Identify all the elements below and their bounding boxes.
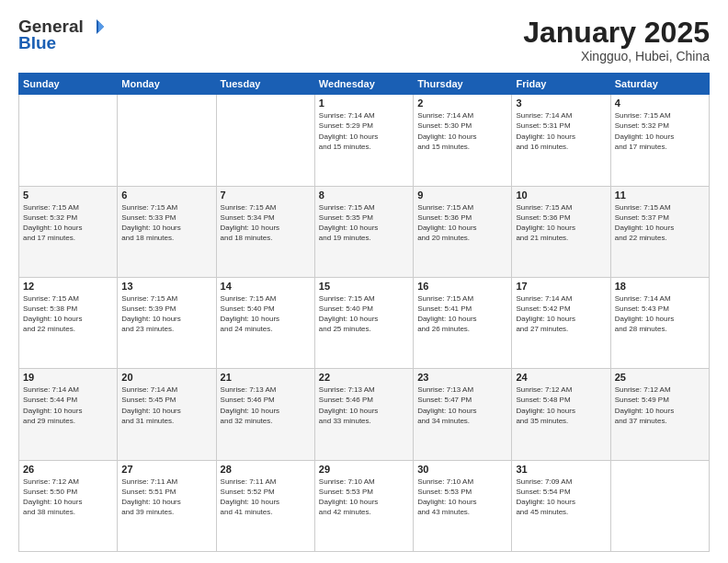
day-info: Sunrise: 7:15 AMSunset: 5:41 PMDaylight:… xyxy=(417,293,507,335)
calendar-table: Sunday Monday Tuesday Wednesday Thursday… xyxy=(18,73,710,552)
day-info: Sunrise: 7:14 AMSunset: 5:29 PMDaylight:… xyxy=(319,110,409,152)
day-info: Sunrise: 7:13 AMSunset: 5:47 PMDaylight:… xyxy=(417,385,507,426)
table-row: 24Sunrise: 7:12 AMSunset: 5:48 PMDayligh… xyxy=(512,369,610,460)
table-row: 30Sunrise: 7:10 AMSunset: 5:53 PMDayligh… xyxy=(414,460,512,551)
table-row: 8Sunrise: 7:15 AMSunset: 5:35 PMDaylight… xyxy=(314,186,413,277)
table-row: 13Sunrise: 7:15 AMSunset: 5:39 PMDayligh… xyxy=(118,277,216,368)
title-section: January 2025 Xingguo, Hubei, China xyxy=(523,17,710,63)
table-row: 28Sunrise: 7:11 AMSunset: 5:52 PMDayligh… xyxy=(216,460,314,551)
table-row: 22Sunrise: 7:13 AMSunset: 5:46 PMDayligh… xyxy=(314,369,413,460)
day-info: Sunrise: 7:15 AMSunset: 5:32 PMDaylight:… xyxy=(615,110,705,152)
day-info: Sunrise: 7:15 AMSunset: 5:38 PMDaylight:… xyxy=(23,293,113,335)
table-row: 12Sunrise: 7:15 AMSunset: 5:38 PMDayligh… xyxy=(19,277,118,368)
day-number: 24 xyxy=(516,372,606,383)
day-number: 2 xyxy=(417,98,507,109)
table-row xyxy=(118,95,216,186)
day-number: 9 xyxy=(417,190,507,201)
day-number: 12 xyxy=(23,281,113,292)
day-number: 28 xyxy=(221,464,311,475)
day-info: Sunrise: 7:15 AMSunset: 5:33 PMDaylight:… xyxy=(121,202,211,244)
table-row: 3Sunrise: 7:14 AMSunset: 5:31 PMDaylight… xyxy=(512,95,610,186)
day-info: Sunrise: 7:15 AMSunset: 5:36 PMDaylight:… xyxy=(417,202,507,244)
day-number: 19 xyxy=(23,372,113,383)
day-number: 25 xyxy=(615,372,705,383)
day-info: Sunrise: 7:14 AMSunset: 5:30 PMDaylight:… xyxy=(417,110,507,152)
table-row: 31Sunrise: 7:09 AMSunset: 5:54 PMDayligh… xyxy=(512,460,610,551)
table-row: 26Sunrise: 7:12 AMSunset: 5:50 PMDayligh… xyxy=(19,460,118,551)
day-number: 18 xyxy=(615,281,705,292)
day-number: 30 xyxy=(417,464,507,475)
col-friday: Friday xyxy=(512,74,610,95)
day-number: 29 xyxy=(319,464,409,475)
day-info: Sunrise: 7:11 AMSunset: 5:51 PMDaylight:… xyxy=(121,477,211,518)
table-row: 1Sunrise: 7:14 AMSunset: 5:29 PMDaylight… xyxy=(314,95,413,186)
location-subtitle: Xingguo, Hubei, China xyxy=(523,49,710,63)
table-row: 23Sunrise: 7:13 AMSunset: 5:47 PMDayligh… xyxy=(414,369,512,460)
day-info: Sunrise: 7:12 AMSunset: 5:50 PMDaylight:… xyxy=(23,477,113,518)
day-number: 20 xyxy=(121,372,211,383)
day-number: 7 xyxy=(221,190,311,201)
day-number: 4 xyxy=(615,98,705,109)
day-info: Sunrise: 7:14 AMSunset: 5:42 PMDaylight:… xyxy=(516,293,606,335)
calendar-week-row: 5Sunrise: 7:15 AMSunset: 5:32 PMDaylight… xyxy=(19,186,710,277)
day-info: Sunrise: 7:10 AMSunset: 5:53 PMDaylight:… xyxy=(417,477,507,518)
calendar-week-row: 1Sunrise: 7:14 AMSunset: 5:29 PMDaylight… xyxy=(19,95,710,186)
table-row: 27Sunrise: 7:11 AMSunset: 5:51 PMDayligh… xyxy=(118,460,216,551)
table-row: 5Sunrise: 7:15 AMSunset: 5:32 PMDaylight… xyxy=(19,186,118,277)
calendar-week-row: 19Sunrise: 7:14 AMSunset: 5:44 PMDayligh… xyxy=(19,369,710,460)
day-info: Sunrise: 7:10 AMSunset: 5:53 PMDaylight:… xyxy=(319,477,409,518)
day-info: Sunrise: 7:09 AMSunset: 5:54 PMDaylight:… xyxy=(516,477,606,518)
svg-marker-1 xyxy=(98,21,104,32)
day-info: Sunrise: 7:15 AMSunset: 5:40 PMDaylight:… xyxy=(319,293,409,335)
day-number: 22 xyxy=(319,372,409,383)
table-row: 21Sunrise: 7:13 AMSunset: 5:46 PMDayligh… xyxy=(216,369,314,460)
col-sunday: Sunday xyxy=(19,74,118,95)
day-number: 5 xyxy=(23,190,113,201)
calendar-week-row: 12Sunrise: 7:15 AMSunset: 5:38 PMDayligh… xyxy=(19,277,710,368)
day-number: 23 xyxy=(417,372,507,383)
table-row: 29Sunrise: 7:10 AMSunset: 5:53 PMDayligh… xyxy=(314,460,413,551)
day-info: Sunrise: 7:14 AMSunset: 5:44 PMDaylight:… xyxy=(23,385,113,426)
table-row: 18Sunrise: 7:14 AMSunset: 5:43 PMDayligh… xyxy=(610,277,709,368)
logo-blue: Blue xyxy=(18,33,56,53)
table-row: 4Sunrise: 7:15 AMSunset: 5:32 PMDaylight… xyxy=(610,95,709,186)
logo-icon xyxy=(85,17,106,37)
day-info: Sunrise: 7:13 AMSunset: 5:46 PMDaylight:… xyxy=(319,385,409,426)
col-monday: Monday xyxy=(118,74,216,95)
day-number: 21 xyxy=(221,372,311,383)
day-number: 31 xyxy=(516,464,606,475)
day-number: 10 xyxy=(516,190,606,201)
table-row: 11Sunrise: 7:15 AMSunset: 5:37 PMDayligh… xyxy=(610,186,709,277)
day-number: 16 xyxy=(417,281,507,292)
table-row: 16Sunrise: 7:15 AMSunset: 5:41 PMDayligh… xyxy=(414,277,512,368)
day-info: Sunrise: 7:15 AMSunset: 5:34 PMDaylight:… xyxy=(221,202,311,244)
header: General Blue January 2025 Xingguo, Hubei… xyxy=(18,17,710,63)
table-row: 7Sunrise: 7:15 AMSunset: 5:34 PMDaylight… xyxy=(216,186,314,277)
table-row: 6Sunrise: 7:15 AMSunset: 5:33 PMDaylight… xyxy=(118,186,216,277)
month-title: January 2025 xyxy=(523,17,710,49)
table-row: 9Sunrise: 7:15 AMSunset: 5:36 PMDaylight… xyxy=(414,186,512,277)
calendar-week-row: 26Sunrise: 7:12 AMSunset: 5:50 PMDayligh… xyxy=(19,460,710,551)
day-info: Sunrise: 7:15 AMSunset: 5:40 PMDaylight:… xyxy=(221,293,311,335)
table-row xyxy=(19,95,118,186)
col-tuesday: Tuesday xyxy=(216,74,314,95)
col-saturday: Saturday xyxy=(610,74,709,95)
table-row: 17Sunrise: 7:14 AMSunset: 5:42 PMDayligh… xyxy=(512,277,610,368)
day-info: Sunrise: 7:15 AMSunset: 5:35 PMDaylight:… xyxy=(319,202,409,244)
table-row: 2Sunrise: 7:14 AMSunset: 5:30 PMDaylight… xyxy=(414,95,512,186)
day-info: Sunrise: 7:14 AMSunset: 5:45 PMDaylight:… xyxy=(121,385,211,426)
table-row: 10Sunrise: 7:15 AMSunset: 5:36 PMDayligh… xyxy=(512,186,610,277)
logo: General Blue xyxy=(18,17,106,53)
table-row: 19Sunrise: 7:14 AMSunset: 5:44 PMDayligh… xyxy=(19,369,118,460)
calendar-header-row: Sunday Monday Tuesday Wednesday Thursday… xyxy=(19,74,710,95)
day-number: 1 xyxy=(319,98,409,109)
day-info: Sunrise: 7:15 AMSunset: 5:36 PMDaylight:… xyxy=(516,202,606,244)
table-row: 15Sunrise: 7:15 AMSunset: 5:40 PMDayligh… xyxy=(314,277,413,368)
col-thursday: Thursday xyxy=(414,74,512,95)
table-row: 25Sunrise: 7:12 AMSunset: 5:49 PMDayligh… xyxy=(610,369,709,460)
day-info: Sunrise: 7:12 AMSunset: 5:48 PMDaylight:… xyxy=(516,385,606,426)
day-number: 11 xyxy=(615,190,705,201)
day-info: Sunrise: 7:11 AMSunset: 5:52 PMDaylight:… xyxy=(221,477,311,518)
day-number: 13 xyxy=(121,281,211,292)
day-number: 26 xyxy=(23,464,113,475)
